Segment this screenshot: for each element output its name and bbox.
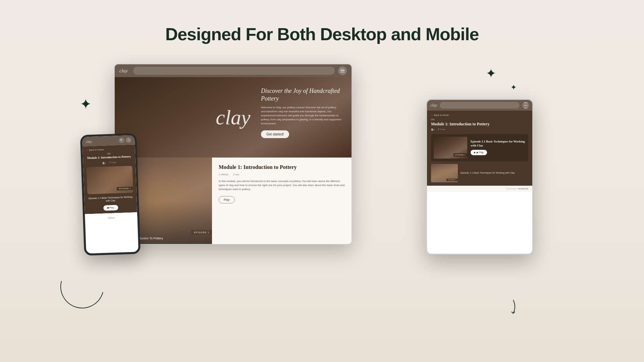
mobile-device: clay 🔍 ≡ ← Back to Home 0% Module 1: Int… bbox=[80, 133, 141, 256]
tablet-episode-2-thumbnail: EPISODE 1 bbox=[431, 164, 458, 182]
mobile-search-icon[interactable]: 🔍 bbox=[119, 137, 124, 143]
tablet-search-input[interactable] bbox=[440, 102, 520, 109]
mobile-back-button[interactable]: ← Back to Home bbox=[86, 147, 131, 152]
mobile-episode-title: Episode 1.1 Basic Techniques for Working… bbox=[88, 195, 133, 203]
tablet-module-header: 0% Module 1: Introduction to Pottery 📄 1… bbox=[431, 118, 528, 131]
laptop-module-info: Module 1: Introduction to Pottery 1 Medi… bbox=[212, 158, 352, 244]
laptop-get-started-button[interactable]: Get started! bbox=[261, 130, 289, 138]
tablet-play-icon-1: ▶ bbox=[474, 151, 476, 154]
tablet-episode-1-info: Episode 1.1 Basic Techniques for Working… bbox=[471, 140, 526, 155]
mobile-episode-badge: EPISODE 1 bbox=[117, 186, 133, 190]
tablet-module-title: Module 1: Introduction to Pottery bbox=[431, 122, 528, 127]
mobile-nav-icons: 🔍 ≡ bbox=[119, 137, 131, 143]
tablet-episode-1-thumbnail: EPISODE 1 bbox=[434, 137, 467, 159]
star-decoration-1: ✦ bbox=[80, 97, 92, 111]
duration: 2 sec bbox=[233, 173, 239, 176]
tablet-media-count: 📄 1 bbox=[431, 128, 435, 131]
tablet-back-button[interactable]: ← Back to Home bbox=[431, 114, 528, 116]
laptop-logo: clay bbox=[119, 68, 128, 74]
laptop-hero-section: clay Discover the Joy of Handcrafted Pot… bbox=[115, 77, 352, 158]
page-title: Designed For Both Desktop and Mobile bbox=[165, 24, 479, 44]
star-decoration-3: ✦ bbox=[511, 84, 517, 91]
decorative-arrow bbox=[493, 298, 517, 315]
mobile-module-title: Module 1: Introduction to Pottery bbox=[86, 155, 132, 160]
mobile-logo: clay bbox=[86, 139, 92, 144]
laptop-content-area: Module 1: Introduction To Pottery EPISOD… bbox=[115, 158, 352, 244]
tablet-footer: Powered by KEAROOB bbox=[427, 186, 532, 192]
laptop-menu-button[interactable] bbox=[338, 66, 347, 75]
mobile-play-button[interactable]: ▶ ▶ Play bbox=[103, 205, 118, 211]
laptop-module-meta: 1 Media 2 sec bbox=[219, 173, 345, 176]
tablet-hamburger-icon bbox=[524, 102, 527, 109]
tablet-navbar: clay bbox=[427, 100, 532, 111]
tablet-play-button-1[interactable]: ▶ ▶ Play bbox=[471, 150, 487, 155]
laptop-hero-content: Discover the Joy of Handcrafted Pottery … bbox=[261, 87, 341, 138]
star-decoration-2: ✦ bbox=[486, 67, 496, 80]
tablet-episode-row-1: EPISODE 1 Episode 1.1 Basic Techniques f… bbox=[431, 134, 528, 161]
laptop-screen: clay clay Discover the Joy of Handcrafte… bbox=[114, 64, 352, 245]
tablet-episode-row-2: EPISODE 1 Episode 1.1 Basic Techniques f… bbox=[431, 164, 528, 182]
tablet-small-episode-badge: EPISODE 1 bbox=[446, 179, 458, 181]
mobile-duration: ⏱ 2 sec bbox=[109, 161, 116, 164]
tablet-episode-2-title: Episode 1.1 Basic Techniques for Working… bbox=[461, 171, 528, 175]
tablet-powered-by: Powered by bbox=[506, 188, 517, 190]
mobile-screen: clay 🔍 ≡ ← Back to Home 0% Module 1: Int… bbox=[80, 133, 141, 256]
tablet-menu-button[interactable] bbox=[522, 102, 529, 109]
tablet-episode-2-info: Episode 1.1 Basic Techniques for Working… bbox=[461, 171, 528, 175]
mobile-footer-label: Videos bbox=[108, 217, 115, 219]
tablet-episode-badge: EPISODE 1 bbox=[453, 153, 467, 157]
laptop-play-button[interactable]: Play bbox=[219, 196, 235, 203]
tablet-screen: clay ← Back to Home 0% Module 1: Introdu… bbox=[426, 99, 533, 255]
tablet-meta: 📄 1 ⏱ 2 sec bbox=[431, 128, 528, 131]
laptop-hero-clay-text: clay bbox=[216, 106, 250, 129]
mobile-media-count: 📄 1 bbox=[102, 162, 106, 164]
tablet-module-info-left: 0% Module 1: Introduction to Pottery 📄 1… bbox=[431, 118, 528, 131]
laptop-module-title: Module 1: Introduction to Pottery bbox=[219, 164, 345, 170]
tablet-powered-brand: KEAROOB bbox=[518, 188, 528, 190]
mobile-menu-icon[interactable]: ≡ bbox=[126, 137, 131, 143]
tablet-episode-1-title: Episode 1.1 Basic Techniques for Working… bbox=[471, 140, 526, 147]
tablet-logo: clay bbox=[430, 103, 437, 108]
mobile-thumbnail: EPISODE 1 bbox=[87, 166, 133, 194]
tablet-progress: 0% bbox=[431, 118, 528, 121]
hamburger-icon bbox=[340, 69, 344, 73]
laptop-episode-badge: EPISODE 1 bbox=[191, 230, 212, 235]
tablet-body: ← Back to Home 0% Module 1: Introduction… bbox=[427, 111, 532, 186]
media-count: 1 Media bbox=[219, 173, 228, 176]
laptop-hero-description: Welcome to Clay, our pottery course! Dis… bbox=[261, 106, 341, 126]
mobile-footer: Videos bbox=[85, 213, 138, 223]
mobile-meta: 📄 1 ⏱ 2 sec bbox=[87, 161, 132, 165]
laptop-module-description: In this module, you will be introduced t… bbox=[219, 179, 345, 191]
mobile-body: ← Back to Home 0% Module 1: Introduction… bbox=[83, 144, 137, 214]
laptop-device: clay clay Discover the Joy of Handcrafte… bbox=[114, 64, 352, 245]
tablet-device: clay ← Back to Home 0% Module 1: Introdu… bbox=[426, 99, 533, 255]
laptop-navbar: clay bbox=[115, 64, 352, 77]
tablet-duration: ⏱ 2 sec bbox=[438, 128, 445, 131]
laptop-search-input[interactable] bbox=[133, 67, 335, 75]
laptop-hero-title: Discover the Joy of Handcrafted Pottery bbox=[261, 87, 341, 103]
